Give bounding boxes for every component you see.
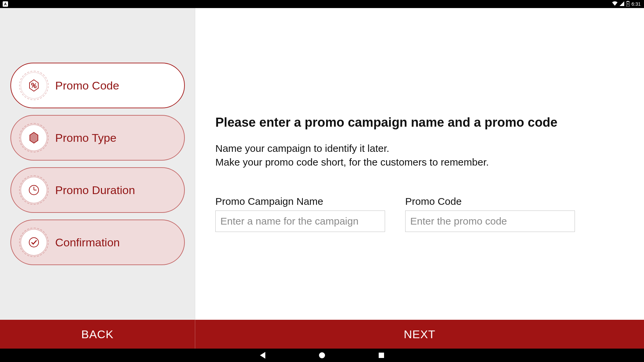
promo-code-input[interactable]	[405, 210, 575, 232]
cellular-icon	[620, 1, 624, 7]
app-root: Promo Code Promo Type	[0, 8, 644, 349]
device-frame: A 6:31	[0, 0, 644, 362]
campaign-name-label: Promo Campaign Name	[215, 196, 385, 207]
android-nav-bar	[0, 349, 644, 362]
check-icon	[21, 230, 47, 255]
status-right: 6:31	[612, 1, 641, 7]
clock-icon	[21, 177, 47, 203]
page-heading: Please enter a promo campaign name and a…	[215, 115, 631, 130]
tag-icon	[21, 125, 47, 150]
form-row: Promo Campaign Name Promo Code	[215, 196, 631, 232]
wizard-footer: BACK NEXT	[0, 320, 644, 349]
sidebar-step-promo-duration[interactable]: Promo Duration	[10, 167, 185, 213]
sidebar-step-label: Confirmation	[55, 236, 120, 249]
sidebar-step-label: Promo Type	[55, 131, 117, 144]
svg-point-5	[29, 185, 39, 195]
nav-back-icon[interactable]	[260, 352, 265, 359]
svg-rect-1	[627, 1, 629, 2]
next-button[interactable]: NEXT	[195, 320, 644, 349]
svg-point-2	[32, 83, 34, 85]
field-promo-code: Promo Code	[405, 196, 575, 232]
status-left: A	[3, 1, 8, 7]
sidebar-step-promo-type[interactable]: Promo Type	[10, 115, 185, 161]
sidebar-step-promo-code[interactable]: Promo Code	[10, 63, 185, 108]
status-bar: A 6:31	[0, 0, 644, 8]
nav-home-icon[interactable]	[319, 352, 325, 358]
svg-line-4	[32, 83, 36, 87]
svg-point-8	[29, 238, 39, 247]
sidebar-step-label: Promo Duration	[55, 184, 135, 197]
wizard-sidebar: Promo Code Promo Type	[0, 8, 195, 320]
sidebar-step-confirmation[interactable]: Confirmation	[10, 220, 185, 265]
app-badge-icon: A	[3, 1, 8, 7]
main-content: Please enter a promo campaign name and a…	[195, 8, 644, 320]
app-body: Promo Code Promo Type	[0, 8, 644, 320]
battery-icon	[626, 1, 630, 7]
percent-icon	[21, 73, 47, 98]
field-campaign-name: Promo Campaign Name	[215, 196, 385, 232]
wifi-icon	[612, 1, 618, 7]
campaign-name-input[interactable]	[215, 210, 385, 232]
promo-code-label: Promo Code	[405, 196, 575, 207]
nav-recent-icon[interactable]	[379, 353, 384, 358]
back-button[interactable]: BACK	[0, 320, 195, 349]
svg-point-3	[34, 86, 36, 88]
page-subtext-line2: Make your promo code short, for the cust…	[215, 156, 631, 169]
page-subtext-line1: Name your campaign to identify it later.	[215, 142, 631, 156]
sidebar-step-label: Promo Code	[55, 79, 119, 92]
status-time: 6:31	[632, 1, 641, 7]
